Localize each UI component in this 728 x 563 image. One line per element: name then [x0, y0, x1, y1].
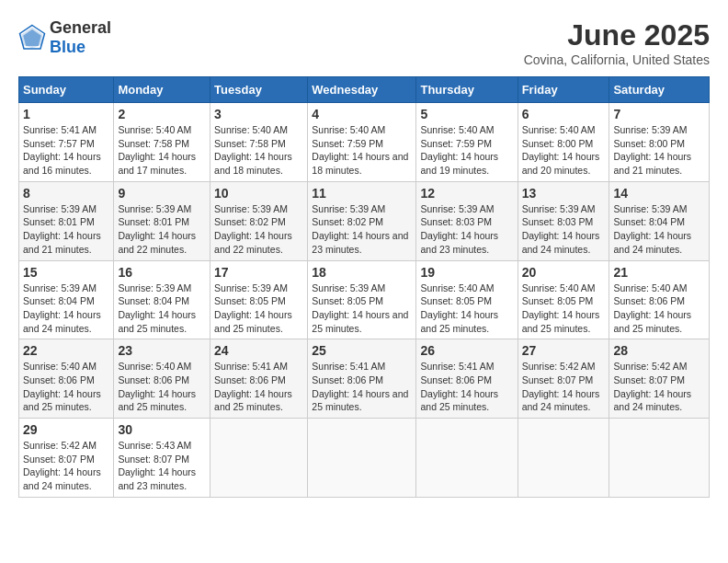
month-title: June 2025	[524, 18, 710, 52]
calendar-cell: 18 Sunrise: 5:39 AMSunset: 8:05 PMDaylig…	[308, 260, 416, 339]
calendar-cell: 20 Sunrise: 5:40 AMSunset: 8:05 PMDaylig…	[518, 260, 609, 339]
calendar-cell: 25 Sunrise: 5:41 AMSunset: 8:06 PMDaylig…	[308, 339, 416, 419]
day-info: Sunrise: 5:40 AMSunset: 8:00 PMDaylight:…	[522, 124, 600, 176]
calendar-cell: 23 Sunrise: 5:40 AMSunset: 8:06 PMDaylig…	[114, 339, 210, 419]
day-number: 14	[613, 186, 705, 201]
calendar-cell: 14 Sunrise: 5:39 AMSunset: 8:04 PMDaylig…	[609, 181, 710, 260]
day-info: Sunrise: 5:39 AMSunset: 8:03 PMDaylight:…	[420, 203, 498, 255]
day-info: Sunrise: 5:39 AMSunset: 8:05 PMDaylight:…	[312, 282, 408, 334]
calendar-cell: 10 Sunrise: 5:39 AMSunset: 8:02 PMDaylig…	[210, 181, 308, 260]
calendar-cell	[210, 419, 308, 498]
calendar-cell: 30 Sunrise: 5:43 AMSunset: 8:07 PMDaylig…	[114, 419, 210, 498]
calendar-week-row: 8 Sunrise: 5:39 AMSunset: 8:01 PMDayligh…	[19, 181, 710, 260]
day-number: 21	[613, 265, 705, 280]
day-info: Sunrise: 5:41 AMSunset: 8:06 PMDaylight:…	[420, 361, 498, 412]
day-info: Sunrise: 5:39 AMSunset: 8:04 PMDaylight:…	[23, 282, 101, 334]
day-number: 27	[522, 343, 606, 358]
calendar-cell: 29 Sunrise: 5:42 AMSunset: 8:07 PMDaylig…	[19, 419, 114, 498]
day-info: Sunrise: 5:40 AMSunset: 8:06 PMDaylight:…	[613, 282, 691, 334]
day-number: 22	[23, 343, 109, 358]
calendar-cell: 15 Sunrise: 5:39 AMSunset: 8:04 PMDaylig…	[19, 260, 114, 339]
calendar-cell: 27 Sunrise: 5:42 AMSunset: 8:07 PMDaylig…	[518, 339, 609, 419]
day-number: 7	[613, 107, 705, 121]
day-number: 9	[118, 186, 206, 201]
day-number: 6	[522, 107, 606, 121]
calendar-cell: 12 Sunrise: 5:39 AMSunset: 8:03 PMDaylig…	[416, 181, 518, 260]
calendar-cell	[308, 419, 416, 498]
day-info: Sunrise: 5:40 AMSunset: 7:58 PMDaylight:…	[214, 124, 292, 176]
day-info: Sunrise: 5:39 AMSunset: 8:03 PMDaylight:…	[522, 203, 600, 255]
day-number: 5	[420, 107, 513, 121]
day-info: Sunrise: 5:39 AMSunset: 8:04 PMDaylight:…	[613, 203, 691, 255]
day-info: Sunrise: 5:42 AMSunset: 8:07 PMDaylight:…	[23, 440, 101, 491]
day-number: 2	[118, 107, 206, 121]
logo-general: General	[50, 18, 111, 37]
logo-wordmark: General Blue	[50, 18, 111, 57]
day-info: Sunrise: 5:41 AMSunset: 8:06 PMDaylight:…	[312, 361, 408, 412]
calendar-cell: 6 Sunrise: 5:40 AMSunset: 8:00 PMDayligh…	[518, 103, 609, 182]
calendar-cell	[609, 419, 710, 498]
calendar-week-row: 29 Sunrise: 5:42 AMSunset: 8:07 PMDaylig…	[19, 419, 710, 498]
calendar-week-row: 1 Sunrise: 5:41 AMSunset: 7:57 PMDayligh…	[19, 103, 710, 182]
day-info: Sunrise: 5:40 AMSunset: 7:59 PMDaylight:…	[312, 124, 408, 176]
calendar-cell: 26 Sunrise: 5:41 AMSunset: 8:06 PMDaylig…	[416, 339, 518, 419]
day-info: Sunrise: 5:39 AMSunset: 8:05 PMDaylight:…	[214, 282, 292, 334]
day-info: Sunrise: 5:42 AMSunset: 8:07 PMDaylight:…	[522, 361, 600, 412]
day-number: 25	[312, 343, 412, 358]
day-info: Sunrise: 5:39 AMSunset: 8:02 PMDaylight:…	[312, 203, 408, 255]
location-title: Covina, California, United States	[524, 52, 710, 67]
day-info: Sunrise: 5:39 AMSunset: 8:02 PMDaylight:…	[214, 203, 292, 255]
day-info: Sunrise: 5:39 AMSunset: 8:04 PMDaylight:…	[118, 282, 196, 334]
page-header: General Blue June 2025 Covina, Californi…	[18, 18, 710, 67]
day-number: 8	[23, 186, 109, 201]
calendar-cell: 17 Sunrise: 5:39 AMSunset: 8:05 PMDaylig…	[210, 260, 308, 339]
header-wednesday: Wednesday	[308, 77, 416, 103]
calendar-header-row: Sunday Monday Tuesday Wednesday Thursday…	[19, 77, 710, 103]
header-sunday: Sunday	[19, 77, 114, 103]
day-number: 23	[118, 343, 206, 358]
calendar-table: Sunday Monday Tuesday Wednesday Thursday…	[18, 76, 710, 498]
logo-blue: Blue	[50, 38, 85, 56]
day-number: 26	[420, 343, 513, 358]
calendar-cell: 9 Sunrise: 5:39 AMSunset: 8:01 PMDayligh…	[114, 181, 210, 260]
day-info: Sunrise: 5:39 AMSunset: 8:01 PMDaylight:…	[118, 203, 196, 255]
day-number: 10	[214, 186, 303, 201]
calendar-cell: 16 Sunrise: 5:39 AMSunset: 8:04 PMDaylig…	[114, 260, 210, 339]
day-number: 28	[613, 343, 705, 358]
day-info: Sunrise: 5:39 AMSunset: 8:00 PMDaylight:…	[613, 124, 691, 176]
calendar-cell: 21 Sunrise: 5:40 AMSunset: 8:06 PMDaylig…	[609, 260, 710, 339]
calendar-cell: 2 Sunrise: 5:40 AMSunset: 7:58 PMDayligh…	[114, 103, 210, 182]
day-info: Sunrise: 5:41 AMSunset: 8:06 PMDaylight:…	[214, 361, 292, 412]
calendar-cell: 4 Sunrise: 5:40 AMSunset: 7:59 PMDayligh…	[308, 103, 416, 182]
day-info: Sunrise: 5:40 AMSunset: 8:05 PMDaylight:…	[522, 282, 600, 334]
day-number: 30	[118, 422, 206, 437]
day-info: Sunrise: 5:42 AMSunset: 8:07 PMDaylight:…	[613, 361, 691, 412]
calendar-cell: 13 Sunrise: 5:39 AMSunset: 8:03 PMDaylig…	[518, 181, 609, 260]
logo-icon	[18, 24, 46, 52]
calendar-cell: 19 Sunrise: 5:40 AMSunset: 8:05 PMDaylig…	[416, 260, 518, 339]
day-number: 19	[420, 265, 513, 280]
day-number: 29	[23, 422, 109, 437]
calendar-week-row: 15 Sunrise: 5:39 AMSunset: 8:04 PMDaylig…	[19, 260, 710, 339]
calendar-cell: 8 Sunrise: 5:39 AMSunset: 8:01 PMDayligh…	[19, 181, 114, 260]
header-thursday: Thursday	[416, 77, 518, 103]
day-number: 1	[23, 107, 109, 121]
day-number: 24	[214, 343, 303, 358]
day-info: Sunrise: 5:40 AMSunset: 7:59 PMDaylight:…	[420, 124, 498, 176]
day-info: Sunrise: 5:40 AMSunset: 8:06 PMDaylight:…	[118, 361, 196, 412]
header-friday: Friday	[518, 77, 609, 103]
calendar-cell	[518, 419, 609, 498]
day-number: 17	[214, 265, 303, 280]
day-number: 18	[312, 265, 412, 280]
day-number: 20	[522, 265, 606, 280]
day-number: 16	[118, 265, 206, 280]
header-saturday: Saturday	[609, 77, 710, 103]
logo: General Blue	[18, 18, 111, 57]
header-monday: Monday	[114, 77, 210, 103]
day-info: Sunrise: 5:43 AMSunset: 8:07 PMDaylight:…	[118, 440, 196, 491]
day-number: 13	[522, 186, 606, 201]
calendar-week-row: 22 Sunrise: 5:40 AMSunset: 8:06 PMDaylig…	[19, 339, 710, 419]
calendar-cell: 11 Sunrise: 5:39 AMSunset: 8:02 PMDaylig…	[308, 181, 416, 260]
calendar-cell: 3 Sunrise: 5:40 AMSunset: 7:58 PMDayligh…	[210, 103, 308, 182]
calendar-cell	[416, 419, 518, 498]
